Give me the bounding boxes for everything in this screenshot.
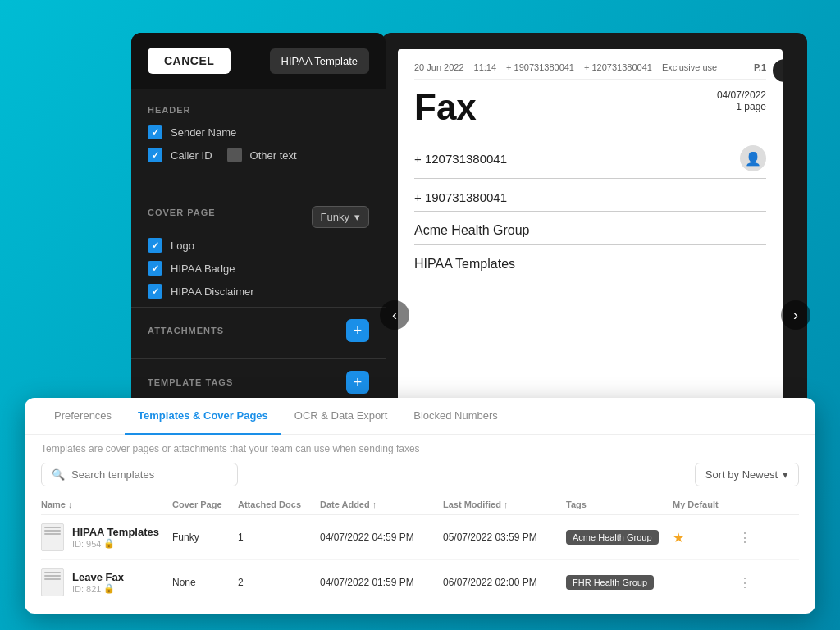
fax-to-number-field: + 120731380041 👤 <box>414 139 766 179</box>
fax-meta-from: + 190731380041 <box>506 62 574 72</box>
sort-label: Sort by Newest <box>705 468 778 481</box>
fax-company: Acme Health Group <box>414 223 530 238</box>
col-docs: Attached Docs <box>238 500 320 509</box>
hipaa-disclaimer-row: HIPAA Disclaimer <box>148 284 369 299</box>
panel-description: Templates are cover pages or attachments… <box>41 443 799 454</box>
template-thumbnail <box>41 568 64 596</box>
hipaa-template-badge: HIPAA Template <box>270 48 369 74</box>
fax-meta-time: 11:14 <box>474 62 497 72</box>
thumb-line <box>44 527 61 528</box>
tag-badge: Acme Health Group <box>566 530 659 545</box>
row2-docs: 2 <box>238 577 320 588</box>
search-box: 🔍 <box>41 463 238 486</box>
tab-preferences[interactable]: Preferences <box>41 398 125 435</box>
hipaa-disclaimer-label: HIPAA Disclaimer <box>171 285 254 298</box>
hipaa-badge-label: HIPAA Badge <box>171 262 235 275</box>
tab-ocr[interactable]: OCR & Data Export <box>281 398 400 435</box>
funky-label: Funky <box>321 211 349 223</box>
attachments-add-button[interactable]: + <box>346 319 369 342</box>
sort-dropdown[interactable]: Sort by Newest ▾ <box>695 463 799 486</box>
editor-topbar: CANCEL HIPAA Template <box>131 33 386 89</box>
header-section: HEADER Sender Name Caller ID Other text <box>131 89 386 162</box>
header-section-label: HEADER <box>148 105 369 115</box>
tabs-row: Preferences Templates & Cover Pages OCR … <box>25 398 815 435</box>
funky-dropdown[interactable]: Funky ▾ <box>312 206 369 228</box>
row1-cover: Funky <box>172 532 238 543</box>
left-arrow-icon: ‹ <box>392 307 397 324</box>
cancel-button[interactable]: CANCEL <box>148 48 231 74</box>
template-info: Leave Fax ID: 821 🔒 <box>72 571 124 594</box>
col-cover: Cover Page <box>172 500 238 509</box>
template-tags-add-button[interactable]: + <box>346 371 369 394</box>
fax-title-row: Fax 04/07/2022 1 page <box>414 89 766 126</box>
col-default: My Default <box>673 500 738 509</box>
right-arrow-icon: › <box>793 307 798 324</box>
tag-badge: FHR Health Group <box>566 575 654 590</box>
search-icon: 🔍 <box>52 468 65 481</box>
template-name: Leave Fax <box>72 571 124 583</box>
thumb-line <box>44 578 61 580</box>
fax-date: 04/07/2022 <box>717 89 766 101</box>
kebab-icon[interactable]: ⋮ <box>738 576 751 590</box>
panel-body: Templates are cover pages or attachments… <box>25 435 815 614</box>
hipaa-badge-checkbox[interactable] <box>148 261 162 276</box>
row2-kebab[interactable]: ⋮ <box>738 575 763 591</box>
col-modified: Last Modified ↑ <box>443 500 566 509</box>
prev-arrow-button[interactable]: ‹ <box>380 300 409 330</box>
fax-options-button[interactable]: ⋮ <box>773 59 783 82</box>
star-icon[interactable]: ★ <box>673 530 684 546</box>
table-header: Name ↓ Cover Page Attached Docs Date Add… <box>41 496 799 515</box>
tab-templates[interactable]: Templates & Cover Pages <box>125 398 281 435</box>
lock-icon: 🔒 <box>103 538 115 549</box>
template-name-cell: HIPAA Templates ID: 954 🔒 <box>41 523 172 551</box>
sender-name-label: Sender Name <box>171 126 236 139</box>
cover-page-header-row: COVER PAGE Funky ▾ <box>148 206 369 228</box>
template-info: HIPAA Templates ID: 954 🔒 <box>72 526 159 549</box>
template-id: ID: 954 🔒 <box>72 538 159 549</box>
fax-page-indicator: P.1 <box>754 62 766 72</box>
sender-name-row: Sender Name <box>148 125 369 139</box>
logo-row: Logo <box>148 238 369 253</box>
sender-name-checkbox[interactable] <box>148 125 162 139</box>
caller-id-label: Caller ID <box>171 149 212 162</box>
template-name: HIPAA Templates <box>72 526 159 538</box>
search-sort-row: 🔍 Sort by Newest ▾ <box>41 463 799 486</box>
other-text-label: Other text <box>250 149 297 162</box>
row1-tag: Acme Health Group <box>566 532 673 543</box>
kebab-icon[interactable]: ⋮ <box>738 531 751 545</box>
tab-blocked[interactable]: Blocked Numbers <box>400 398 511 435</box>
hipaa-disclaimer-checkbox[interactable] <box>148 284 162 299</box>
table-row: HIPAA Templates ID: 954 🔒 Funky 1 04/07/… <box>41 515 799 560</box>
cover-page-section: COVER PAGE Funky ▾ Logo HIPAA Badge HIPA… <box>131 189 386 299</box>
row1-kebab[interactable]: ⋮ <box>738 530 763 546</box>
row2-modified: 06/07/2022 02:00 PM <box>443 577 566 588</box>
caller-id-row: Caller ID Other text <box>148 148 369 162</box>
row1-docs: 1 <box>238 532 320 543</box>
sort-chevron-icon: ▾ <box>783 468 788 481</box>
row1-modified: 05/07/2022 03:59 PM <box>443 532 566 543</box>
row2-added: 04/07/2022 01:59 PM <box>320 577 443 588</box>
cover-page-label: COVER PAGE <box>148 208 216 217</box>
fax-date-col: 04/07/2022 1 page <box>717 89 766 112</box>
thumb-line <box>44 575 61 577</box>
template-id: ID: 821 🔒 <box>72 583 124 594</box>
dropdown-arrow-icon: ▾ <box>354 211 360 223</box>
table-row: Leave Fax ID: 821 🔒 None 2 04/07/2022 01… <box>41 560 799 605</box>
col-tags: Tags <box>566 500 673 509</box>
caller-id-checkbox[interactable] <box>148 148 162 162</box>
next-arrow-button[interactable]: › <box>781 300 810 330</box>
fax-meta-exclusive: Exclusive use <box>662 62 717 72</box>
other-text-checkbox[interactable] <box>227 148 242 162</box>
fax-template-name: HIPAA Templates <box>414 257 515 272</box>
thumb-line <box>44 572 61 573</box>
fax-meta-to: + 120731380041 <box>584 62 652 72</box>
logo-label: Logo <box>171 240 194 252</box>
fax-from-number-field: + 190731380041 <box>414 184 766 212</box>
divider-1 <box>131 176 386 176</box>
search-input[interactable] <box>71 468 227 481</box>
logo-checkbox[interactable] <box>148 238 162 253</box>
fax-meta-date: 20 Jun 2022 <box>414 62 464 72</box>
row2-tag: FHR Health Group <box>566 577 673 588</box>
attachments-label: ATTACHMENTS <box>148 326 224 336</box>
fax-template-name-field: HIPAA Templates <box>414 250 766 278</box>
